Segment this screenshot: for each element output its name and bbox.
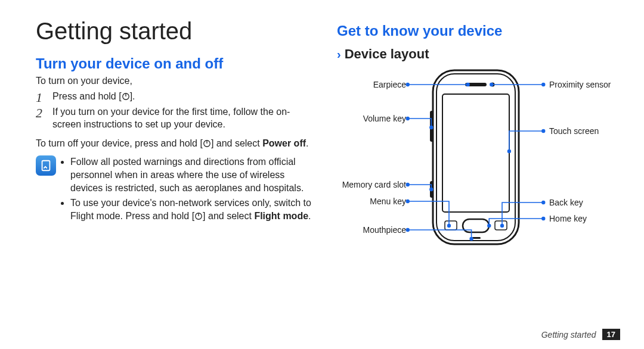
svg-point-29 bbox=[541, 83, 545, 86]
note-2-post: ] and select bbox=[203, 211, 254, 221]
footer: Getting started 17 bbox=[541, 329, 620, 340]
note-2-bold: Flight mode bbox=[254, 211, 308, 221]
left-column: Getting started Turn your device on and … bbox=[36, 18, 313, 316]
note-1: Follow all posted warnings and direction… bbox=[70, 155, 313, 194]
svg-rect-16 bbox=[430, 111, 434, 142]
label-volume-key: Volume key bbox=[363, 114, 406, 123]
subsection-device-layout: ›Device layout bbox=[337, 46, 614, 62]
page-title: Getting started bbox=[36, 18, 313, 45]
svg-point-19 bbox=[406, 83, 410, 86]
phone-outline-icon bbox=[428, 68, 524, 247]
step-1: Press and hold []. bbox=[36, 90, 313, 103]
label-proximity-sensor: Proximity sensor bbox=[549, 80, 611, 89]
section-get-to-know: Get to know your device bbox=[337, 23, 614, 39]
svg-point-23 bbox=[406, 183, 410, 186]
note-2: To use your device's non-network service… bbox=[70, 197, 313, 222]
step-1-text: Press and hold [ bbox=[52, 91, 122, 101]
svg-point-33 bbox=[541, 201, 545, 204]
svg-rect-4 bbox=[42, 161, 50, 171]
label-menu-key: Menu key bbox=[370, 197, 406, 206]
label-memory-card-slot: Memory card slot bbox=[342, 180, 406, 189]
label-back-key: Back key bbox=[549, 198, 583, 207]
svg-point-10 bbox=[490, 83, 494, 87]
chevron-right-icon: › bbox=[337, 48, 341, 61]
off-pre: To turn off your device, press and hold … bbox=[36, 138, 203, 148]
section-turn-on-off: Turn your device on and off bbox=[36, 55, 313, 72]
note-block: Follow all posted warnings and direction… bbox=[36, 155, 313, 225]
svg-point-31 bbox=[541, 129, 545, 133]
svg-rect-17 bbox=[430, 181, 434, 198]
note-2-end: . bbox=[308, 211, 311, 221]
svg-point-25 bbox=[406, 200, 410, 203]
step-1-tail: ]. bbox=[130, 91, 135, 101]
off-bold: Power off bbox=[262, 138, 306, 148]
device-diagram: Earpiece Volume key Memory card slot Men… bbox=[337, 68, 614, 264]
step-2: If you turn on your device for the first… bbox=[36, 105, 313, 131]
power-icon bbox=[194, 212, 203, 220]
svg-rect-15 bbox=[471, 237, 481, 239]
svg-point-21 bbox=[406, 117, 410, 120]
svg-rect-7 bbox=[433, 70, 519, 244]
power-icon bbox=[122, 92, 130, 101]
note-icon bbox=[36, 155, 56, 176]
footer-section: Getting started bbox=[541, 330, 596, 339]
off-end: . bbox=[306, 138, 308, 148]
label-home-key: Home key bbox=[549, 214, 587, 223]
page-number: 17 bbox=[602, 329, 620, 340]
label-earpiece: Earpiece bbox=[373, 80, 406, 89]
turn-on-lead: To turn on your device, bbox=[36, 76, 313, 86]
subsection-label: Device layout bbox=[345, 46, 429, 61]
off-post: ] and select bbox=[211, 138, 262, 148]
svg-point-27 bbox=[406, 228, 410, 232]
label-touch-screen: Touch screen bbox=[549, 126, 599, 136]
power-icon bbox=[203, 139, 211, 148]
label-mouthpiece: Mouthpiece bbox=[363, 225, 406, 235]
turn-off-paragraph: To turn off your device, press and hold … bbox=[36, 137, 313, 150]
steps-list: Press and hold []. If you turn on your d… bbox=[36, 90, 313, 131]
right-column: Get to know your device ›Device layout bbox=[337, 18, 614, 316]
svg-rect-9 bbox=[465, 83, 487, 86]
notes-list: Follow all posted warnings and direction… bbox=[62, 155, 313, 225]
svg-point-35 bbox=[541, 217, 545, 220]
